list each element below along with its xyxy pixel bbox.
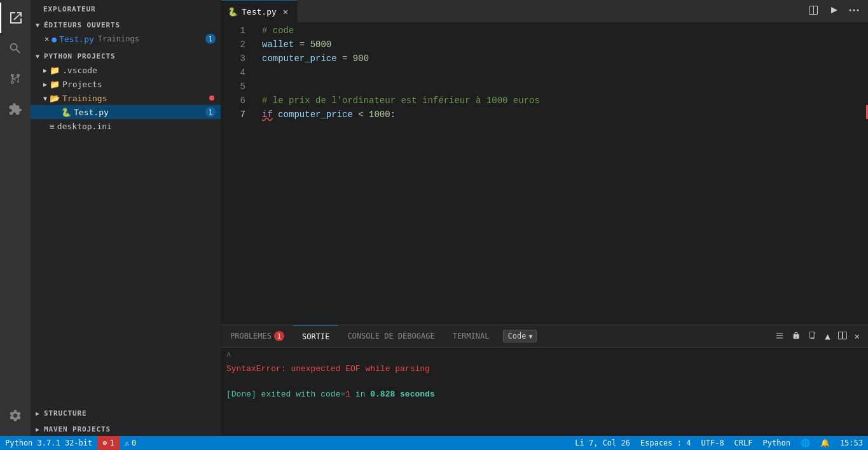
code-line-4 [262, 66, 868, 80]
maven-arrow: ▶ [36, 426, 40, 433]
structure-label: STRUCTURE [44, 409, 87, 418]
file-testpy[interactable]: 🐍 Test.py 1 [31, 105, 221, 119]
panel: PROBLÈMES 1 SORTIE CONSOLE DE DÉBOGAGE T… [221, 325, 868, 436]
tab-problemes-label: PROBLÈMES [230, 332, 272, 341]
close-icon[interactable]: ✕ [45, 34, 49, 43]
folder-name-projects: Projects [62, 80, 102, 89]
language-label: Python [763, 439, 790, 447]
output-line-4: [Done] exited with code=1 in 0.828 secon… [226, 388, 863, 401]
python-version-label: Python 3.7.1 32-bit [5, 439, 92, 447]
code-line-5 [262, 80, 868, 94]
status-spaces[interactable]: Espaces : 4 [635, 439, 696, 447]
status-bar-right: Li 7, Col 26 Espaces : 4 UTF-8 CRLF Pyth… [570, 439, 868, 447]
code-line-6: # le prix de l'ordinateur est inférieur … [262, 94, 868, 108]
python-projects-header[interactable]: ▼ PYTHON PROJECTS [31, 47, 221, 63]
tab-problemes[interactable]: PROBLÈMES 1 [221, 325, 293, 347]
status-errors[interactable]: ⊗ 1 [97, 436, 119, 450]
open-editors-header[interactable]: ▼ ÉDITEURS OUVERTS [31, 16, 221, 32]
run-icon[interactable] [825, 3, 843, 20]
folder-icon-vscode: 📁 [50, 66, 60, 75]
activity-extensions[interactable] [0, 94, 31, 125]
python-projects-label: PYTHON PROJECTS [44, 52, 116, 60]
python-projects-arrow: ▼ [36, 53, 40, 60]
tab-problemes-badge: 1 [274, 331, 284, 341]
status-language[interactable]: Python [758, 439, 796, 447]
folder-projects[interactable]: ▶ 📁 Projects [31, 77, 221, 91]
tab-testpy[interactable]: 🐍 Test.py ✕ [221, 0, 298, 22]
warning-icon: ⚠ [125, 439, 129, 447]
spaces-label: Espaces : 4 [640, 439, 691, 447]
open-file-badge: 1 [205, 34, 216, 44]
panel-tab-actions: ▲ ✕ [772, 330, 868, 343]
folder-name-vscode: .vscode [62, 66, 97, 75]
status-globe[interactable]: 🌐 [796, 439, 815, 447]
panel-up-icon[interactable]: ▲ [822, 330, 833, 342]
folder-vscode[interactable]: ▶ 📁 .vscode [31, 63, 221, 77]
open-file-testpy[interactable]: ✕ ● Test.py Trainings 1 [31, 32, 221, 46]
folder-arrow-projects: ▶ [43, 81, 47, 88]
split-editor-icon[interactable] [804, 3, 822, 20]
bell-icon: 🔔 [820, 439, 830, 447]
tab-console-label: CONSOLE DE DÉBOGAGE [347, 332, 434, 341]
folder-arrow-vscode: ▶ [43, 67, 47, 74]
tab-icon-testpy: 🐍 [228, 7, 238, 17]
panel-copy-icon[interactable] [805, 330, 820, 343]
sidebar: EXPLORATEUR ▼ ÉDITEURS OUVERTS ✕ ● Test.… [31, 0, 221, 436]
folder-icon-trainings: 📂 [50, 94, 60, 103]
status-position[interactable]: Li 7, Col 26 [570, 439, 635, 447]
open-file-folder: Trainings [98, 34, 139, 43]
activity-search[interactable] [0, 33, 31, 64]
code-line-3: computer_price = 900 [262, 52, 868, 66]
explorer-title: EXPLORATEUR [43, 5, 96, 13]
status-warnings[interactable]: ⚠ 0 [120, 436, 141, 450]
activity-git[interactable] [0, 64, 31, 94]
code-line-1: # code [262, 24, 868, 38]
code-content[interactable]: # code wallet = 5000 computer_price = 90… [252, 22, 868, 325]
file-icon-py: ● [52, 34, 57, 44]
maven-header[interactable]: ▶ MAVEN PROJECTS [31, 420, 221, 436]
dropdown-arrow: ▼ [528, 333, 532, 340]
panel-dropdown[interactable]: Code ▼ [503, 330, 537, 342]
trainings-dot-badge [209, 95, 214, 101]
panel-close-icon[interactable]: ✕ [851, 330, 863, 342]
status-bar: Python 3.7.1 32-bit ⊗ 1 ⚠ 0 Li 7, Col 26… [0, 436, 868, 450]
panel-split-icon[interactable] [835, 330, 850, 343]
file-desktopini[interactable]: ≡ desktop.ini [31, 119, 221, 133]
status-python[interactable]: Python 3.7.1 32-bit [0, 436, 97, 450]
open-editors-arrow: ▼ [36, 22, 40, 29]
open-editors-label: ÉDITEURS OUVERTS [44, 21, 120, 29]
status-encoding[interactable]: UTF-8 [696, 439, 729, 447]
tab-close-testpy[interactable]: ✕ [283, 6, 288, 17]
main-container: EXPLORATEUR ▼ ÉDITEURS OUVERTS ✕ ● Test.… [0, 0, 868, 436]
more-actions-icon[interactable] [845, 3, 863, 20]
output-line-3 [226, 376, 863, 388]
eol-label: CRLF [734, 439, 753, 447]
svg-point-6 [850, 9, 851, 11]
tab-console[interactable]: CONSOLE DE DÉBOGAGE [338, 325, 443, 347]
folder-name-trainings: Trainings [62, 94, 107, 103]
status-eol[interactable]: CRLF [729, 439, 758, 447]
file-testpy-badge: 1 [205, 107, 216, 117]
structure-arrow: ▶ [36, 410, 40, 417]
tab-terminal[interactable]: TERMINAL [444, 325, 499, 347]
activity-explorer[interactable] [0, 3, 31, 33]
output-line-2: SyntaxError: unexpected EOF while parsin… [226, 363, 863, 376]
status-bell[interactable]: 🔔 [815, 439, 835, 447]
tab-sortie[interactable]: SORTIE [293, 325, 338, 347]
tab-bar: 🐍 Test.py ✕ [221, 0, 868, 22]
panel-lock-icon[interactable] [789, 330, 804, 343]
structure-header[interactable]: ▶ STRUCTURE [31, 404, 221, 420]
file-icon-testpy: 🐍 [61, 108, 71, 117]
code-editor[interactable]: 1 2 3 4 5 6 7 # code wallet = 5000 compu… [221, 22, 868, 325]
activity-bar [0, 0, 31, 436]
globe-icon: 🌐 [801, 439, 810, 447]
activity-gear[interactable] [0, 400, 31, 431]
panel-list-icon[interactable] [772, 330, 787, 343]
svg-point-7 [853, 9, 855, 11]
maven-label: MAVEN PROJECTS [44, 425, 111, 433]
explorer-header: EXPLORATEUR [31, 0, 221, 16]
file-icon-desktopini: ≡ [50, 122, 55, 131]
sidebar-bottom: ▶ STRUCTURE ▶ MAVEN PROJECTS [31, 404, 221, 436]
folder-trainings[interactable]: ▼ 📂 Trainings [31, 91, 221, 105]
file-name-testpy: Test.py [74, 108, 109, 117]
